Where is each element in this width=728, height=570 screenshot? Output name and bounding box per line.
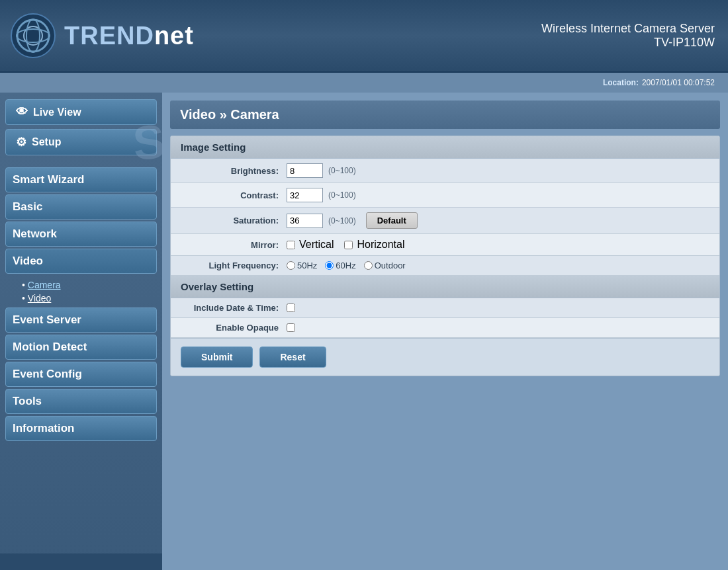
submenu-item-video[interactable]: • Video xyxy=(19,292,157,305)
freq-outdoor-option[interactable]: Outdoor xyxy=(364,261,406,270)
submit-button[interactable]: Submit xyxy=(181,346,253,368)
mirror-horizontal-label: Horizontal xyxy=(357,239,404,251)
mirror-label: Mirror: xyxy=(181,240,287,250)
freq-60hz-option[interactable]: 60Hz xyxy=(325,261,355,270)
brightness-hint: (0~100) xyxy=(328,166,356,175)
overlay-setting-header: Overlay Setting xyxy=(171,276,719,298)
setup-button[interactable]: ⚙ Setup xyxy=(5,129,157,155)
submenu-item-camera[interactable]: • Camera xyxy=(19,278,157,292)
setup-icon: ⚙ xyxy=(16,135,26,149)
default-button[interactable]: Default xyxy=(366,212,418,229)
mirror-row: Mirror: Vertical Horizontal xyxy=(171,234,719,256)
opaque-row: Enable Opaque xyxy=(171,318,719,338)
freq-outdoor-label: Outdoor xyxy=(375,261,406,270)
sidebar-item-event-server[interactable]: Event Server xyxy=(5,307,157,333)
logo-area: TRENDnet xyxy=(10,13,194,59)
live-view-label: Live View xyxy=(33,106,81,118)
sidebar-item-smart-wizard[interactable]: Smart Wizard xyxy=(5,167,157,192)
mirror-vertical-label: Vertical xyxy=(299,239,334,251)
sidebar-item-video[interactable]: Video xyxy=(5,249,157,274)
brightness-input[interactable] xyxy=(287,163,323,178)
main-layout: 👁 Live View ⚙ Setup Smart Wizard Basic N… xyxy=(0,93,728,570)
image-setting-header: Image Setting xyxy=(171,136,719,159)
sidebar-item-motion-detect[interactable]: Motion Detect xyxy=(5,335,157,360)
live-view-button[interactable]: 👁 Live View xyxy=(5,99,157,125)
contrast-hint: (0~100) xyxy=(328,190,356,200)
location-label: Location: xyxy=(603,78,639,87)
freq-50hz-radio[interactable] xyxy=(287,261,295,270)
logo-text: TRENDnet xyxy=(64,22,194,50)
product-title: Wireless Internet Camera Server xyxy=(541,22,715,36)
button-row: Submit Reset xyxy=(171,338,719,376)
sidebar-item-basic[interactable]: Basic xyxy=(5,194,157,220)
light-freq-row: Light Frequency: 50Hz 60Hz Outdoor xyxy=(171,256,719,276)
product-model: TV-IP110W xyxy=(541,36,715,50)
brightness-label: Brightness: xyxy=(181,166,287,176)
reset-button[interactable]: Reset xyxy=(259,346,326,368)
live-view-icon: 👁 xyxy=(16,105,28,119)
date-time-label: Include Date & Time: xyxy=(181,303,287,313)
mirror-options: Vertical Horizontal xyxy=(287,239,405,251)
saturation-label: Saturation: xyxy=(181,216,287,225)
freq-60hz-radio[interactable] xyxy=(325,261,334,270)
location-bar: Location: 2007/01/01 00:07:52 xyxy=(0,73,728,93)
page-title: Video » Camera xyxy=(180,107,279,122)
mirror-vertical-checkbox[interactable] xyxy=(287,241,295,249)
sidebar: 👁 Live View ⚙ Setup Smart Wizard Basic N… xyxy=(0,93,162,570)
brightness-row: Brightness: (0~100) xyxy=(171,159,719,183)
contrast-label: Contrast: xyxy=(181,190,287,200)
sidebar-item-tools[interactable]: Tools xyxy=(5,389,157,414)
contrast-input[interactable] xyxy=(287,188,323,202)
contrast-row: Contrast: (0~100) xyxy=(171,183,719,208)
freq-50hz-label: 50Hz xyxy=(297,261,317,270)
saturation-row: Saturation: (0~100) Default xyxy=(171,208,719,234)
header-product-info: Wireless Internet Camera Server TV-IP110… xyxy=(541,22,715,50)
mirror-horizontal-checkbox[interactable] xyxy=(344,241,353,249)
light-freq-options: 50Hz 60Hz Outdoor xyxy=(287,261,406,270)
freq-50hz-option[interactable]: 50Hz xyxy=(287,261,317,270)
saturation-hint: (0~100) xyxy=(328,216,356,225)
freq-outdoor-radio[interactable] xyxy=(364,261,373,270)
trendnet-logo-icon xyxy=(10,13,56,59)
content-area: Video » Camera Image Setting Brightness:… xyxy=(162,93,728,570)
sidebar-item-information[interactable]: Information xyxy=(5,416,157,441)
saturation-input[interactable] xyxy=(287,214,323,228)
date-time-checkbox[interactable] xyxy=(287,304,295,312)
opaque-checkbox[interactable] xyxy=(287,323,295,332)
header: TRENDnet Wireless Internet Camera Server… xyxy=(0,0,728,73)
sidebar-item-event-config[interactable]: Event Config xyxy=(5,362,157,387)
form-container: Image Setting Brightness: (0~100) Contra… xyxy=(170,136,720,376)
light-freq-label: Light Frequency: xyxy=(181,261,287,270)
video-submenu: • Camera • Video xyxy=(5,276,157,307)
location-value: 2007/01/01 00:07:52 xyxy=(642,78,715,87)
sidebar-item-network[interactable]: Network xyxy=(5,222,157,247)
freq-60hz-label: 60Hz xyxy=(336,261,355,270)
page-header: Video » Camera xyxy=(170,101,720,129)
date-time-row: Include Date & Time: xyxy=(171,298,719,318)
setup-label: Setup xyxy=(32,136,61,148)
opaque-label: Enable Opaque xyxy=(181,323,287,333)
